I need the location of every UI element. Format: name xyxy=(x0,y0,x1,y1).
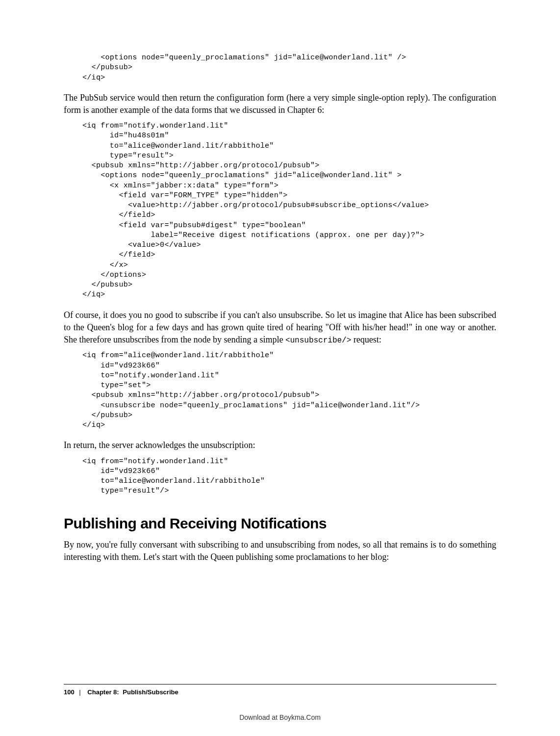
page-number: 100 xyxy=(64,688,75,696)
code-block-1: <options node="queenly_proclamations" ji… xyxy=(82,53,496,83)
footer-separator: | xyxy=(79,688,80,696)
inline-code-unsubscribe: <unsubscribe/> xyxy=(285,336,351,345)
code-block-4: <iq from="notify.wonderland.lit" id="vd9… xyxy=(82,457,496,497)
code-block-2: <iq from="notify.wonderland.lit" id="hu4… xyxy=(82,121,496,300)
paragraph-3: In return, the server acknowledges the u… xyxy=(64,439,496,451)
code-block-3: <iq from="alice@wonderland.lit/rabbithol… xyxy=(82,351,496,430)
para2-text-b: request: xyxy=(351,335,381,344)
paragraph-2: Of course, it does you no good to subscr… xyxy=(64,309,496,346)
para2-text-a: Of course, it does you no good to subscr… xyxy=(64,310,496,344)
paragraph-1: The PubSub service would then return the… xyxy=(64,92,496,116)
chapter-title: Publish/Subscribe xyxy=(123,688,178,696)
chapter-label: Chapter 8: xyxy=(87,688,119,696)
section-heading: Publishing and Receiving Notifications xyxy=(64,515,496,532)
page-footer: 100 | Chapter 8: Publish/Subscribe xyxy=(64,684,496,696)
paragraph-4: By now, you're fully conversant with sub… xyxy=(64,539,496,563)
download-watermark: Download at Boykma.Com xyxy=(0,713,560,721)
